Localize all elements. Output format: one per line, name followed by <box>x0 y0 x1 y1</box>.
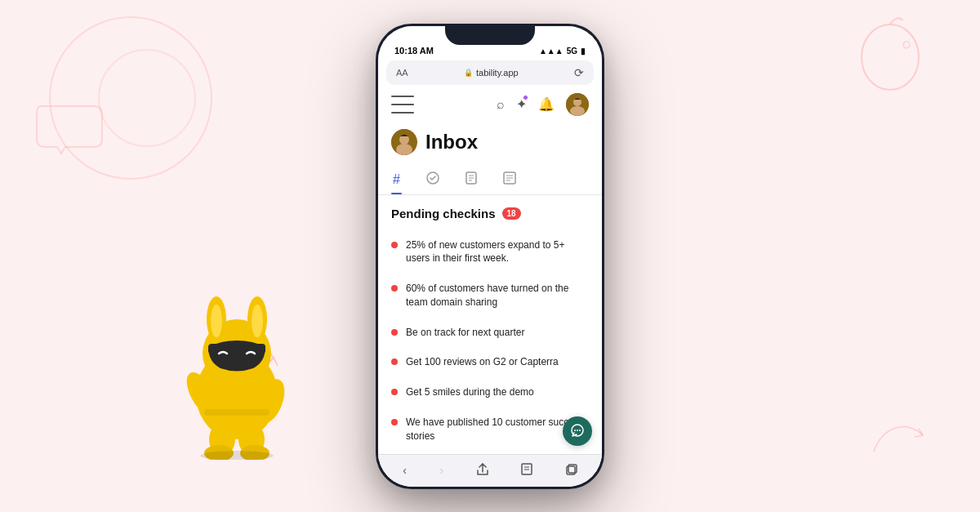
phone-notch <box>445 24 535 45</box>
lock-icon: 🔒 <box>464 69 473 77</box>
svg-point-9 <box>252 376 289 426</box>
svg-point-32 <box>574 430 576 431</box>
phone-screen: 10:18 AM ▲▲▲ 5G ▮ AA 🔒 tability.app ⟳ <box>378 26 602 487</box>
page-avatar <box>391 129 417 155</box>
deco-bottom-right <box>866 411 931 463</box>
tab-todos-icon <box>426 171 439 188</box>
chat-fab-icon <box>570 424 585 439</box>
nav-right: ⌕ ✦ 🔔 <box>497 93 589 116</box>
url-text: tability.app <box>476 68 519 78</box>
svg-point-12 <box>204 445 234 460</box>
checkin-dot-6 <box>391 419 398 425</box>
arrow-decoration-left <box>237 341 278 373</box>
tab-reports-icon <box>503 171 516 188</box>
status-time: 10:18 AM <box>394 46 434 56</box>
share-button[interactable] <box>470 460 495 482</box>
tabs-row: # <box>378 165 602 195</box>
checkin-text-6: We have published 10 customer success st… <box>406 416 589 443</box>
checkin-dot-4 <box>391 358 398 365</box>
search-icon[interactable]: ⌕ <box>497 97 505 112</box>
checkin-text-5: Get 5 smiles during the demo <box>406 385 534 399</box>
user-avatar[interactable] <box>566 93 589 116</box>
wifi-strength: 5G <box>567 47 577 56</box>
svg-point-15 <box>200 451 274 460</box>
browser-bar[interactable]: AA 🔒 tability.app ⟳ <box>386 60 594 85</box>
tabs-button[interactable] <box>559 461 584 481</box>
checkin-dot-2 <box>391 285 398 292</box>
avatar-image <box>566 93 589 116</box>
hamburger-line-2 <box>391 104 414 105</box>
phone-frame: 10:18 AM ▲▲▲ 5G ▮ AA 🔒 tability.app ⟳ <box>376 24 604 489</box>
page-title: Inbox <box>425 131 478 154</box>
notification-dot <box>523 95 528 100</box>
tab-docs-icon <box>466 171 477 188</box>
svg-point-18 <box>570 106 585 116</box>
bookmarks-button[interactable] <box>514 460 539 481</box>
svg-point-34 <box>579 430 581 431</box>
checkin-item-1[interactable]: 25% of new customers expand to 5+ users … <box>378 230 602 274</box>
forward-button: › <box>433 461 450 480</box>
reload-icon[interactable]: ⟳ <box>574 66 584 79</box>
checkin-item-3[interactable]: Be on track for next quarter <box>378 318 602 348</box>
section-title: Pending checkins <box>391 207 496 220</box>
tab-docs[interactable] <box>464 165 479 194</box>
top-nav: ⌕ ✦ 🔔 <box>378 85 602 121</box>
hamburger-line-1 <box>391 96 414 97</box>
svg-point-8 <box>180 367 225 421</box>
svg-point-2 <box>203 319 271 388</box>
svg-point-11 <box>238 423 265 456</box>
browser-url: 🔒 tability.app <box>464 68 519 78</box>
checkin-item-4[interactable]: Get 100 reviews on G2 or Capterra <box>378 347 602 377</box>
fruit-decoration-top <box>849 16 931 109</box>
svg-point-3 <box>207 296 226 342</box>
app-content: ⌕ ✦ 🔔 <box>378 85 602 487</box>
notification-icon[interactable]: 🔔 <box>538 96 555 112</box>
back-button[interactable]: ‹ <box>396 461 413 480</box>
battery-icon: ▮ <box>581 47 586 56</box>
tab-reports[interactable] <box>501 165 518 194</box>
svg-point-10 <box>209 423 235 456</box>
signal-icon: ▲▲▲ <box>539 47 564 56</box>
status-icons: ▲▲▲ 5G ▮ <box>539 47 586 56</box>
svg-point-5 <box>211 305 222 337</box>
svg-point-21 <box>396 144 412 155</box>
checkin-text-2: 60% of customers have turned on the team… <box>406 282 589 309</box>
checkin-dot-5 <box>391 389 398 395</box>
svg-rect-14 <box>204 409 270 416</box>
browser-aa[interactable]: AA <box>396 68 408 78</box>
checkin-item-2[interactable]: 60% of customers have turned on the team… <box>378 274 602 318</box>
bottom-browser-bar: ‹ › <box>378 454 602 487</box>
checkin-text-1: 25% of new customers expand to 5+ users … <box>406 238 589 266</box>
tab-todos[interactable] <box>425 165 441 194</box>
svg-point-13 <box>240 445 270 460</box>
menu-button[interactable] <box>391 96 414 114</box>
svg-point-6 <box>252 305 263 337</box>
tab-mentions-icon: # <box>393 172 400 187</box>
bg-circle-small <box>98 49 196 147</box>
ai-icon[interactable]: ✦ <box>516 96 527 112</box>
page-avatar-image <box>391 129 417 155</box>
svg-point-4 <box>247 296 267 342</box>
mascot <box>163 280 310 463</box>
section-header: Pending checkins 18 <box>378 195 602 227</box>
checkin-dot-1 <box>391 242 398 248</box>
checkin-text-4: Get 100 reviews on G2 or Capterra <box>406 355 559 369</box>
checkin-dot-3 <box>391 329 398 336</box>
checkin-text-3: Be on track for next quarter <box>406 326 524 340</box>
svg-point-0 <box>903 42 910 48</box>
svg-point-1 <box>196 349 278 439</box>
hamburger-line-3 <box>391 112 414 114</box>
page-header: Inbox <box>378 121 602 165</box>
svg-rect-7 <box>208 344 265 354</box>
svg-point-33 <box>577 430 578 431</box>
checkin-item-5[interactable]: Get 5 smiles during the demo <box>378 377 602 407</box>
chat-fab-button[interactable] <box>563 416 592 446</box>
phone-wrapper: 10:18 AM ▲▲▲ 5G ▮ AA 🔒 tability.app ⟳ <box>376 24 604 489</box>
tab-mentions[interactable]: # <box>391 166 402 194</box>
pending-count-badge: 18 <box>502 207 521 220</box>
bg-circle-large <box>49 16 212 180</box>
speech-bubble-decoration <box>33 98 106 158</box>
